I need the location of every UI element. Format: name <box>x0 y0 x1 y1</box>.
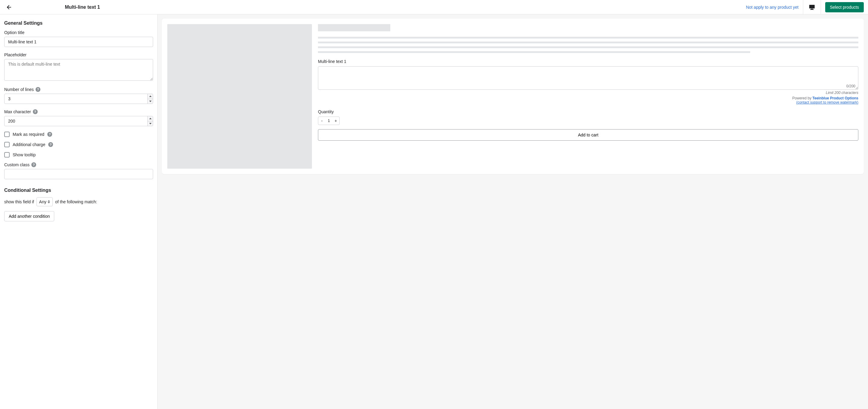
svg-rect-1 <box>811 9 813 9</box>
add-condition-button[interactable]: Add another condition <box>4 211 54 221</box>
max-character-input[interactable] <box>4 116 153 126</box>
placeholder-input[interactable] <box>4 59 153 81</box>
number-spinner <box>147 116 153 126</box>
page-title: Multi-line text 1 <box>15 4 162 10</box>
max-character-label: Max character ? <box>4 109 153 114</box>
general-settings-heading: General Settings <box>4 21 153 26</box>
additional-charge-checkbox[interactable] <box>4 142 10 147</box>
spinner-up-button[interactable] <box>148 116 153 122</box>
arrow-left-icon <box>5 4 11 10</box>
limit-text: Limit 200 characters <box>318 91 858 95</box>
spinner-down-button[interactable] <box>148 99 153 104</box>
help-icon[interactable]: ? <box>31 162 36 167</box>
product-image-placeholder <box>167 24 312 169</box>
additional-charge-row: Additional charge ? <box>4 142 153 147</box>
placeholder-label: Placeholder <box>4 53 153 57</box>
custom-class-label: Custom class ? <box>4 162 153 167</box>
cond-suffix: of the following match: <box>55 199 97 204</box>
preview-area: Multi-line text 1 0/200 Limit 200 charac… <box>158 14 868 409</box>
caret-down-icon <box>149 101 152 102</box>
quantity-value: 1 <box>326 117 332 125</box>
conditional-settings-heading: Conditional Settings <box>4 188 153 193</box>
select-products-button[interactable]: Select products <box>825 2 864 12</box>
condition-match-select[interactable]: Any <box>36 197 53 206</box>
svg-rect-0 <box>809 5 815 8</box>
help-icon[interactable]: ? <box>33 109 38 114</box>
svg-rect-2 <box>810 9 814 10</box>
max-character-field: Max character ? <box>4 109 153 126</box>
quantity-increase-button[interactable]: + <box>332 117 339 125</box>
skeleton-line <box>318 51 750 53</box>
preview-field-label: Multi-line text 1 <box>318 59 858 64</box>
show-tooltip-row: Show tooltip <box>4 152 153 158</box>
skeleton-line <box>318 41 858 43</box>
select-arrows-icon <box>48 200 50 203</box>
option-title-label: Option title <box>4 30 153 35</box>
powered-by: Powered by Teeinblue Product Options <box>318 96 858 100</box>
number-spinner <box>147 94 153 104</box>
main: General Settings Option title Placeholde… <box>0 14 868 409</box>
apply-status-link[interactable]: Not apply to any product yet <box>746 5 803 10</box>
spinner-down-button[interactable] <box>148 122 153 126</box>
add-to-cart-button[interactable]: Add to cart <box>318 129 858 141</box>
mark-required-checkbox[interactable] <box>4 132 10 137</box>
caret-up-icon <box>149 118 152 119</box>
quantity-control: - 1 + <box>318 116 340 125</box>
help-icon[interactable]: ? <box>47 132 52 137</box>
placeholder-field: Placeholder <box>4 53 153 81</box>
number-of-lines-input[interactable] <box>4 94 153 104</box>
settings-sidebar: General Settings Option title Placeholde… <box>0 14 158 409</box>
product-info: Multi-line text 1 0/200 Limit 200 charac… <box>318 24 858 169</box>
skeleton-line <box>318 46 858 48</box>
help-icon[interactable]: ? <box>36 87 40 92</box>
back-button[interactable] <box>4 3 13 11</box>
preview-card: Multi-line text 1 0/200 Limit 200 charac… <box>162 19 864 174</box>
cond-prefix: show this field if <box>4 199 34 204</box>
help-icon[interactable]: ? <box>48 142 53 147</box>
spinner-up-button[interactable] <box>148 94 153 99</box>
custom-class-input[interactable] <box>4 169 153 179</box>
quantity-decrease-button[interactable]: - <box>318 117 326 125</box>
mark-required-row: Mark as required ? <box>4 132 153 137</box>
condition-sentence: show this field if Any of the following … <box>4 197 153 206</box>
custom-class-field: Custom class ? <box>4 162 153 179</box>
skeleton-title <box>318 24 390 31</box>
caret-up-icon <box>149 96 152 97</box>
quantity-label: Quantity <box>318 109 858 114</box>
remove-watermark-link[interactable]: (contact support to remove watermark) <box>318 100 858 104</box>
caret-down-icon <box>149 123 152 125</box>
number-of-lines-field: Number of lines ? <box>4 87 153 104</box>
mark-required-label: Mark as required <box>13 132 44 137</box>
option-title-input[interactable] <box>4 37 153 47</box>
header-right: Not apply to any product yet Select prod… <box>162 0 864 14</box>
show-tooltip-checkbox[interactable] <box>4 152 10 158</box>
preview-textarea[interactable] <box>318 66 858 90</box>
number-of-lines-label: Number of lines ? <box>4 87 153 92</box>
conditional-settings: Conditional Settings show this field if … <box>4 188 153 221</box>
skeleton-line <box>318 37 858 39</box>
powered-brand-link[interactable]: Teeinblue Product Options <box>812 96 858 100</box>
header-left: Multi-line text 1 <box>4 3 162 11</box>
device-preview-button[interactable] <box>803 0 821 14</box>
additional-charge-label: Additional charge <box>13 142 45 147</box>
show-tooltip-label: Show tooltip <box>13 152 36 157</box>
desktop-icon <box>809 4 815 10</box>
option-title-field: Option title <box>4 30 153 47</box>
header: Multi-line text 1 Not apply to any produ… <box>0 0 868 14</box>
